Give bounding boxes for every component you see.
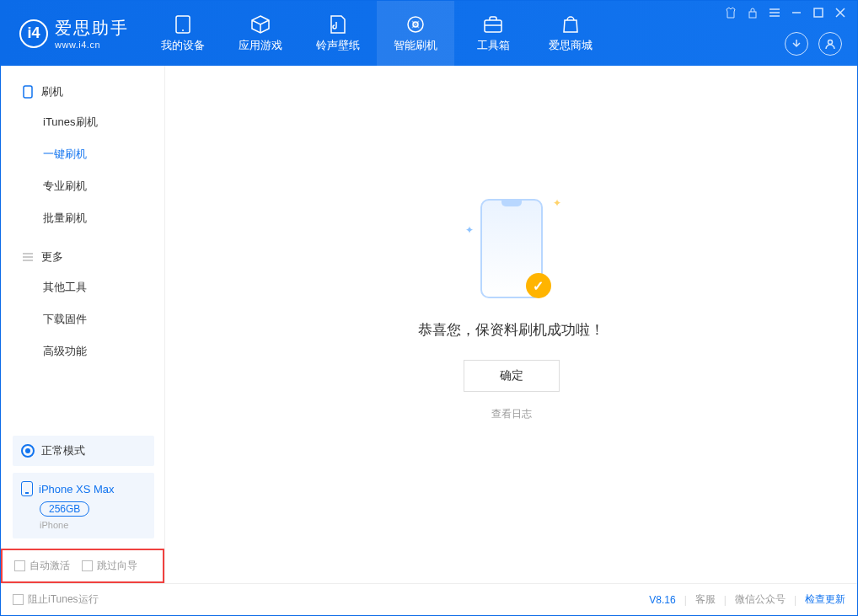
device-type: iPhone: [40, 520, 146, 530]
success-illustration: ✦ ✦ ✓: [474, 194, 550, 303]
lock-icon[interactable]: [746, 6, 759, 19]
version-label: V8.16: [649, 594, 675, 606]
svg-rect-6: [814, 8, 823, 17]
footer-bar: 阻止iTunes运行 V8.16 | 客服 | 微信公众号 | 检查更新: [1, 583, 857, 615]
nav-ringtones[interactable]: 铃声壁纸: [299, 1, 377, 66]
app-name: 爱思助手: [55, 17, 129, 40]
success-message: 恭喜您，保资料刷机成功啦！: [418, 320, 604, 340]
sidebar: 刷机 iTunes刷机 一键刷机 专业刷机 批量刷机 更多 其他工具 下载固件 …: [1, 66, 165, 583]
top-nav: 我的设备 应用游戏 铃声壁纸 智能刷机 工具箱 爱思商城: [144, 1, 609, 66]
menu-icon[interactable]: [768, 6, 781, 19]
sparkle-icon: ✦: [553, 197, 561, 209]
user-button[interactable]: [818, 32, 842, 56]
sidebar-item-itunes-flash[interactable]: iTunes刷机: [1, 106, 164, 138]
svg-rect-5: [749, 12, 756, 18]
highlighted-options: 自动激活 跳过向导: [1, 549, 164, 583]
maximize-icon[interactable]: [812, 6, 825, 19]
main-content: ✦ ✦ ✓ 恭喜您，保资料刷机成功啦！ 确定 查看日志: [165, 66, 857, 583]
svg-rect-8: [24, 86, 32, 98]
svg-point-1: [182, 29, 184, 31]
app-header: i4 爱思助手 www.i4.cn 我的设备 应用游戏 铃声壁纸 智能刷机 工具…: [1, 1, 857, 66]
nav-apps[interactable]: 应用游戏: [222, 1, 299, 66]
music-file-icon: [328, 14, 348, 35]
phone-icon: [21, 85, 35, 99]
nav-my-device[interactable]: 我的设备: [144, 1, 222, 66]
refresh-gear-icon: [405, 14, 426, 35]
minimize-icon[interactable]: [790, 6, 803, 19]
auto-activate-checkbox[interactable]: 自动激活: [14, 559, 70, 573]
sidebar-item-download-fw[interactable]: 下载固件: [1, 303, 164, 335]
logo: i4 爱思助手 www.i4.cn: [1, 17, 144, 50]
mode-indicator[interactable]: 正常模式: [13, 436, 154, 466]
window-controls: [724, 6, 847, 19]
device-capacity: 256GB: [40, 501, 89, 517]
svg-point-7: [829, 40, 833, 45]
sidebar-section-more: 更多: [1, 243, 164, 271]
view-log-link[interactable]: 查看日志: [491, 407, 532, 421]
close-icon[interactable]: [834, 6, 847, 19]
ok-button[interactable]: 确定: [464, 360, 560, 392]
svg-rect-4: [485, 20, 501, 32]
app-url: www.i4.cn: [55, 40, 129, 50]
sidebar-item-other-tools[interactable]: 其他工具: [1, 271, 164, 303]
sidebar-section-flash: 刷机: [1, 78, 164, 106]
device-phone-icon: [21, 481, 33, 496]
sparkle-icon: ✦: [465, 224, 474, 236]
bag-icon: [560, 14, 581, 35]
skip-guide-checkbox[interactable]: 跳过向导: [82, 559, 137, 573]
footer-link-support[interactable]: 客服: [695, 592, 716, 607]
list-icon: [21, 250, 35, 264]
nav-toolbox[interactable]: 工具箱: [454, 1, 532, 66]
nav-flash[interactable]: 智能刷机: [377, 1, 454, 66]
check-icon: ✓: [526, 273, 551, 298]
stop-itunes-checkbox[interactable]: 阻止iTunes运行: [13, 592, 99, 607]
sidebar-item-oneclick-flash[interactable]: 一键刷机: [1, 138, 164, 170]
sidebar-item-batch-flash[interactable]: 批量刷机: [1, 202, 164, 234]
footer-link-wechat[interactable]: 微信公众号: [735, 592, 786, 607]
device-icon: [173, 14, 193, 35]
nav-store[interactable]: 爱思商城: [532, 1, 609, 66]
download-button[interactable]: [785, 32, 808, 56]
sidebar-item-pro-flash[interactable]: 专业刷机: [1, 170, 164, 202]
logo-icon: i4: [19, 19, 48, 48]
shirt-icon[interactable]: [724, 6, 737, 19]
footer-link-update[interactable]: 检查更新: [805, 592, 845, 607]
header-action-buttons: [785, 32, 842, 56]
sidebar-item-advanced[interactable]: 高级功能: [1, 335, 164, 367]
device-name: iPhone XS Max: [39, 483, 115, 495]
cube-icon: [250, 14, 271, 35]
device-info[interactable]: iPhone XS Max 256GB iPhone: [13, 473, 154, 538]
toolbox-icon: [483, 14, 503, 35]
mode-dot-icon: [21, 444, 35, 458]
